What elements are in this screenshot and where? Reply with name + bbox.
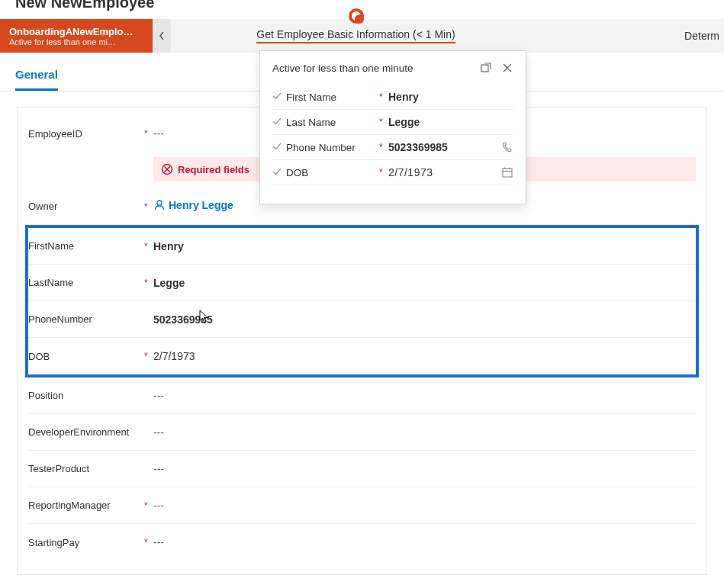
svg-point-3	[157, 201, 162, 205]
value-pay[interactable]: ---	[153, 533, 696, 551]
label-employee-id: EmployeeID	[28, 128, 144, 140]
row-manager[interactable]: ReportingManager * ---	[28, 487, 696, 524]
value-manager[interactable]: ---	[153, 496, 696, 515]
value-position[interactable]: ---	[153, 387, 696, 405]
process-stage-bar: OnboardingANewEmplo… Active for less tha…	[0, 19, 724, 53]
flyout-row-dob[interactable]: DOB * 2/7/1973	[272, 160, 513, 185]
row-phone[interactable]: PhoneNumber 5023369985	[28, 301, 696, 338]
check-icon	[272, 116, 286, 128]
value-dev-env[interactable]: ---	[153, 423, 696, 442]
label-first-name: FirstName	[28, 240, 144, 252]
label-tester: TesterProduct	[28, 463, 144, 474]
required-marker: *	[379, 167, 388, 178]
label-position: Position	[28, 390, 144, 401]
row-position[interactable]: Position ---	[28, 378, 696, 414]
label-last-name: LastName	[28, 277, 144, 288]
stage-active-sub: Active for less than one mi…	[9, 37, 143, 47]
row-first-name[interactable]: FirstName * Henry	[28, 228, 696, 265]
chevron-left-icon	[159, 31, 165, 40]
calendar-icon[interactable]	[501, 166, 513, 178]
required-marker: *	[379, 117, 388, 127]
flyout-value-dob[interactable]: 2/7/1973	[388, 166, 501, 178]
value-phone[interactable]: 5023369985	[153, 310, 696, 329]
flyout-label-first-name: First Name	[286, 92, 379, 103]
popout-icon[interactable]	[480, 62, 492, 74]
flyout-value-last-name[interactable]: Legge	[388, 116, 513, 128]
svg-rect-7	[503, 169, 512, 177]
stage-collapse-button[interactable]	[153, 19, 171, 53]
value-tester[interactable]: ---	[153, 460, 696, 478]
stage-flyout: Active for less than one minute First Na…	[259, 50, 526, 204]
owner-name: Henry Legge	[169, 199, 233, 211]
stage-next-label: Determ	[684, 30, 719, 42]
required-marker: *	[144, 351, 153, 361]
phone-icon[interactable]	[501, 141, 513, 153]
row-dev-env[interactable]: DeveloperEnvironment ---	[28, 414, 696, 451]
flyout-value-phone[interactable]: 5023369985	[388, 141, 501, 153]
value-first-name[interactable]: Henry	[153, 237, 696, 255]
required-marker: *	[144, 278, 153, 288]
required-marker: *	[379, 92, 388, 102]
stage-active-title: OnboardingANewEmplo…	[9, 26, 143, 37]
row-last-name[interactable]: LastName * Legge	[28, 265, 696, 301]
required-marker: *	[144, 128, 153, 139]
owner-link[interactable]: Henry Legge	[153, 199, 233, 211]
svg-rect-4	[481, 65, 488, 72]
label-owner: Owner	[28, 201, 144, 212]
flyout-row-last-name[interactable]: Last Name * Legge	[272, 110, 513, 135]
value-dob[interactable]: 2/7/1973	[153, 347, 696, 365]
stage-current-label: Get Employee Basic Information (< 1 Min)	[256, 28, 455, 43]
record-indicator-icon	[349, 8, 364, 24]
stage-current[interactable]: Get Employee Basic Information (< 1 Min)	[171, 19, 541, 53]
required-marker: *	[144, 241, 153, 252]
flyout-label-dob: DOB	[286, 167, 379, 178]
label-phone: PhoneNumber	[28, 313, 144, 325]
required-marker: *	[379, 142, 388, 153]
flyout-row-first-name[interactable]: First Name * Henry	[272, 85, 513, 110]
flyout-row-phone[interactable]: Phone Number * 5023369985	[272, 135, 513, 160]
error-banner-text: Required fields	[178, 164, 249, 175]
stage-next[interactable]: Determ	[541, 19, 724, 53]
flyout-title: Active for less than one minute	[272, 63, 413, 74]
tab-general[interactable]: General	[15, 63, 58, 91]
label-pay: StartingPay	[28, 537, 144, 548]
flyout-label-phone: Phone Number	[286, 142, 379, 153]
value-last-name[interactable]: Legge	[153, 274, 696, 292]
row-pay[interactable]: StartingPay * ---	[28, 524, 696, 561]
required-marker: *	[144, 201, 153, 212]
person-icon	[153, 199, 166, 211]
check-icon	[272, 91, 286, 103]
flyout-value-first-name[interactable]: Henry	[388, 91, 513, 103]
label-manager: ReportingManager	[28, 500, 144, 511]
error-icon	[161, 163, 173, 175]
label-dob: DOB	[28, 351, 144, 362]
row-tester[interactable]: TesterProduct ---	[28, 451, 696, 487]
close-icon[interactable]	[501, 62, 513, 74]
label-dev-env: DeveloperEnvironment	[28, 426, 144, 438]
row-dob[interactable]: DOB * 2/7/1973	[28, 338, 696, 374]
highlighted-fields: FirstName * Henry LastName * Legge Phone…	[25, 225, 699, 378]
required-marker: *	[144, 537, 153, 548]
stage-active[interactable]: OnboardingANewEmplo… Active for less tha…	[0, 19, 153, 53]
check-icon	[272, 141, 286, 153]
flyout-label-last-name: Last Name	[286, 117, 379, 128]
required-marker: *	[144, 500, 153, 511]
check-icon	[272, 166, 286, 178]
